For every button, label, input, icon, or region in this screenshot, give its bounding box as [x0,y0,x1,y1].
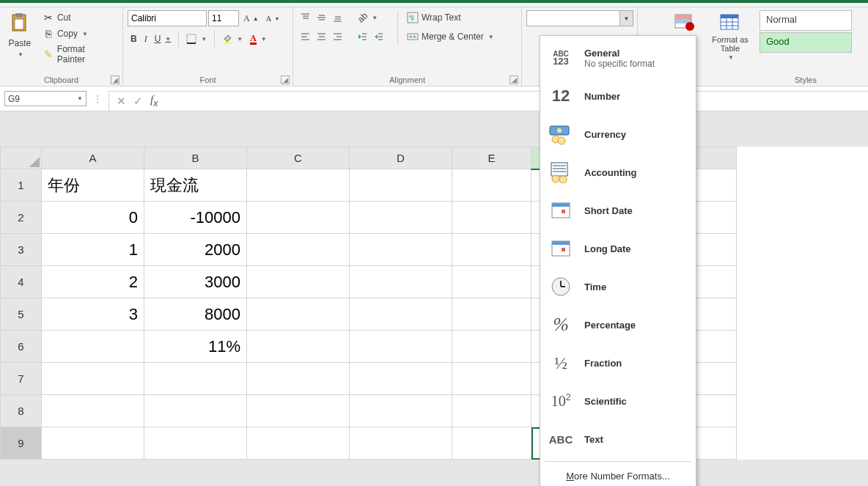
resize-handle[interactable]: ⋮ [94,94,101,104]
cell[interactable]: -10000 [144,202,247,234]
row-header[interactable]: 1 [1,169,42,202]
nf-short-date[interactable]: Short Date [540,191,696,229]
cell[interactable]: 2000 [144,234,247,266]
cell[interactable] [452,298,532,331]
cell[interactable] [452,363,532,395]
align-left-button[interactable] [298,29,312,44]
fill-color-button[interactable]: ▼ [219,32,246,45]
cell[interactable] [247,298,350,331]
row-header[interactable]: 4 [1,266,42,298]
merge-center-button[interactable]: Merge & Center ▼ [404,29,497,44]
cell[interactable] [350,298,452,331]
cell[interactable]: 8000 [144,298,247,331]
name-box[interactable]: G9 ▼ [4,91,87,106]
cell[interactable]: 3000 [144,266,247,298]
font-size-combo[interactable] [208,10,239,26]
cell[interactable] [42,395,144,427]
nf-text[interactable]: ABC Text [540,420,696,458]
cell[interactable] [350,202,452,234]
row-header[interactable]: 7 [1,363,42,395]
cell[interactable]: 11% [144,331,247,363]
align-center-button[interactable] [314,29,328,44]
font-name-combo[interactable] [128,10,207,26]
row-header[interactable]: 3 [1,234,42,266]
cell[interactable] [350,234,452,266]
align-top-button[interactable] [298,10,312,25]
cell[interactable] [144,427,247,460]
cell[interactable] [452,234,532,266]
nf-long-date[interactable]: Long Date [540,229,696,268]
row-header[interactable]: 9 [1,427,42,460]
nf-currency[interactable]: Currency [540,115,696,153]
col-header[interactable]: B [144,147,247,169]
font-color-button[interactable]: A▼ [247,32,270,46]
align-middle-button[interactable] [314,10,328,25]
cell[interactable] [247,363,350,395]
align-right-button[interactable] [330,29,345,44]
cell[interactable] [42,363,144,395]
decrease-font-button[interactable]: A▼ [263,12,283,24]
row-header[interactable]: 6 [1,331,42,363]
nf-accounting[interactable]: Accounting [540,153,696,191]
cell[interactable]: 0 [42,202,144,234]
col-header[interactable]: D [350,147,452,169]
col-header[interactable]: E [452,147,532,169]
cell[interactable] [247,427,350,460]
decrease-indent-button[interactable] [355,29,369,44]
cell[interactable] [350,169,452,202]
cell[interactable] [247,234,350,266]
cell[interactable] [452,202,532,234]
cell[interactable] [144,363,247,395]
cell[interactable]: 年份 [42,169,144,202]
cell[interactable] [350,427,452,460]
wrap-text-button[interactable]: ab Wrap Text [404,10,464,25]
cell[interactable] [247,169,350,202]
paste-button[interactable]: Paste ▼ [4,10,35,73]
style-good[interactable]: Good [760,32,852,53]
style-normal[interactable]: Normal [760,10,852,31]
cell[interactable] [350,363,452,395]
select-all-corner[interactable] [1,147,42,169]
dialog-launcher[interactable]: ◢ [281,76,290,84]
fx-button[interactable]: fx [150,94,158,108]
nf-number[interactable]: 12 Number [540,77,696,115]
number-format-combo[interactable]: ▼ [526,10,633,26]
nf-more-formats[interactable]: More Number Formats... [540,465,696,486]
nf-general[interactable]: ABC123 GeneralNo specific format [540,39,696,77]
cell[interactable] [350,331,452,363]
nf-percentage[interactable]: % Percentage [540,306,696,344]
cut-button[interactable]: Cut [40,10,118,25]
italic-button[interactable]: I [141,32,150,46]
orientation-button[interactable]: ab▼ [355,11,380,24]
col-header[interactable]: C [247,147,350,169]
align-bottom-button[interactable] [330,10,345,25]
cell[interactable]: 現金流 [144,169,247,202]
cell[interactable] [452,331,532,363]
cell[interactable] [42,331,144,363]
dialog-launcher[interactable]: ◢ [111,76,119,84]
enter-formula-button[interactable]: ✓ [133,95,143,108]
cell[interactable] [452,266,532,298]
dialog-launcher[interactable]: ◢ [510,76,518,84]
cell[interactable] [350,266,452,298]
cell[interactable] [247,202,350,234]
cell[interactable]: 2 [42,266,144,298]
row-header[interactable]: 2 [1,202,42,234]
cancel-formula-button[interactable]: ✕ [117,95,126,108]
copy-button[interactable]: Copy ▼ [40,26,118,41]
cell[interactable] [42,427,144,460]
formula-bar[interactable] [196,91,868,111]
cell[interactable] [247,266,350,298]
cell[interactable] [247,331,350,363]
col-header[interactable]: A [42,147,144,169]
row-header[interactable]: 5 [1,298,42,331]
increase-font-button[interactable]: A▲ [240,12,262,26]
nf-fraction[interactable]: ½ Fraction [540,344,696,382]
cell[interactable] [144,395,247,427]
cell[interactable] [452,395,532,427]
cell[interactable]: 3 [42,298,144,331]
format-painter-button[interactable]: Format Painter [40,43,118,66]
cell[interactable] [452,169,532,202]
increase-indent-button[interactable] [371,29,386,44]
cell[interactable] [350,395,452,427]
